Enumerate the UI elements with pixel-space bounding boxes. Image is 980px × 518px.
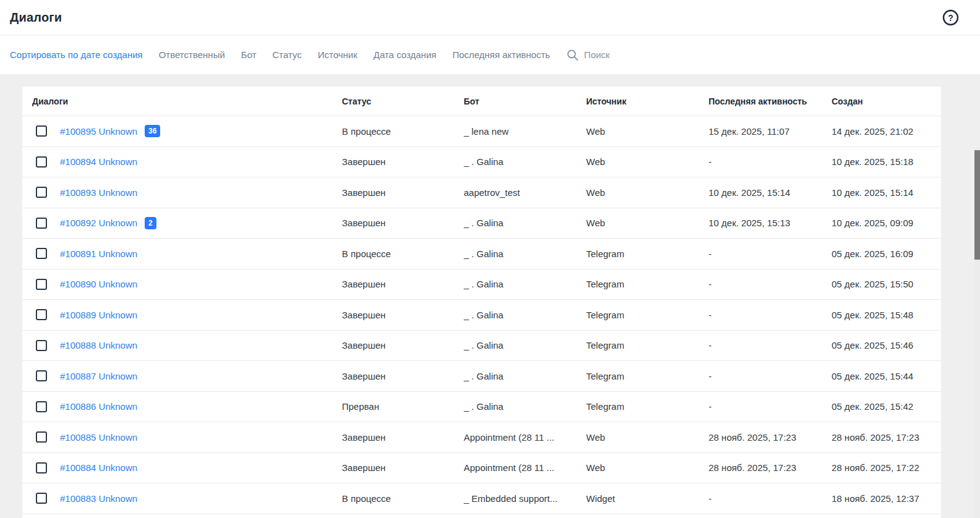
- row-checkbox[interactable]: [36, 279, 47, 290]
- source-cell: Telegram: [586, 371, 709, 381]
- dialog-link[interactable]: #100890 Unknown: [60, 279, 137, 289]
- last-activity-cell: 15 дек. 2025, 11:07: [709, 126, 832, 137]
- bot-cell: Appointment (28 11 ...: [464, 432, 586, 443]
- column-header-dialogs: Диалоги: [22, 96, 342, 106]
- dialog-cell: #100893 Unknown: [60, 187, 342, 198]
- table-row: #100892 Unknown 2 Завершен _ . Galina We…: [22, 208, 941, 239]
- table-row: #100891 Unknown В процессе _ . Galina Te…: [22, 239, 941, 270]
- row-checkbox-cell: [22, 125, 60, 137]
- filter-status[interactable]: Статус: [273, 49, 302, 60]
- status-cell: Завершен: [342, 310, 464, 320]
- source-cell: Telegram: [586, 401, 709, 412]
- table-row: #100893 Unknown Завершен aapetrov_test W…: [22, 177, 941, 208]
- source-cell: Telegram: [586, 310, 709, 320]
- dialog-link[interactable]: #100884 Unknown: [60, 462, 137, 473]
- bot-cell: _ . Galina: [464, 279, 586, 289]
- table-row: #100889 Unknown Завершен _ . Galina Tele…: [22, 300, 941, 331]
- last-activity-cell: 10 дек. 2025, 15:14: [709, 187, 832, 198]
- last-activity-cell: -: [709, 401, 832, 412]
- row-checkbox[interactable]: [36, 248, 47, 259]
- table-header-row: Диалоги Статус Бот Источник Последняя ак…: [22, 87, 941, 116]
- created-cell: 05 дек. 2025, 15:46: [832, 340, 941, 350]
- status-cell: В процессе: [342, 493, 464, 504]
- last-activity-cell: -: [709, 248, 832, 259]
- source-cell: Web: [586, 462, 709, 473]
- bot-cell: _ . Galina: [464, 156, 586, 167]
- row-checkbox-cell: [22, 248, 60, 259]
- row-checkbox-cell: [22, 187, 60, 198]
- dialog-link[interactable]: #100886 Unknown: [60, 401, 137, 412]
- last-activity-cell: -: [709, 493, 832, 504]
- dialog-link[interactable]: #100887 Unknown: [60, 371, 137, 381]
- row-checkbox[interactable]: [36, 309, 47, 320]
- dialog-link[interactable]: #100892 Unknown: [60, 218, 137, 228]
- help-icon: ?: [942, 9, 959, 26]
- bot-cell: aapetrov_test: [464, 187, 586, 198]
- source-cell: Web: [586, 218, 709, 228]
- column-header-last-activity: Последняя активность: [709, 96, 832, 106]
- dialog-link[interactable]: #100889 Unknown: [60, 310, 137, 320]
- status-cell: Завершен: [342, 462, 464, 473]
- filter-source[interactable]: Источник: [318, 49, 357, 60]
- status-cell: Завершен: [342, 156, 464, 167]
- table-body: #100895 Unknown 36 В процессе _ lena new…: [22, 116, 941, 514]
- table-row: #100884 Unknown Завершен Appointment (28…: [22, 453, 941, 484]
- sort-by-created-date-link[interactable]: Сортировать по дате создания: [10, 49, 143, 60]
- filter-last-activity[interactable]: Последняя активность: [453, 49, 550, 60]
- bot-cell: Appointment (28 11 ...: [464, 462, 586, 473]
- dialog-cell: #100885 Unknown: [60, 432, 342, 443]
- last-activity-cell: -: [709, 310, 832, 320]
- row-checkbox-cell: [22, 340, 60, 351]
- row-checkbox[interactable]: [36, 340, 47, 351]
- table-row: #100886 Unknown Прерван _ . Galina Teleg…: [22, 392, 941, 423]
- filter-created-date[interactable]: Дата создания: [373, 49, 437, 60]
- filter-responsible[interactable]: Ответственный: [159, 49, 225, 60]
- row-checkbox[interactable]: [36, 462, 47, 473]
- dialog-link[interactable]: #100883 Unknown: [60, 493, 137, 504]
- status-cell: Прерван: [342, 401, 464, 412]
- dialog-link[interactable]: #100891 Unknown: [60, 248, 137, 259]
- dialog-link[interactable]: #100888 Unknown: [60, 340, 137, 350]
- svg-text:?: ?: [948, 12, 953, 22]
- row-checkbox-cell: [22, 431, 60, 443]
- last-activity-cell: 10 дек. 2025, 15:13: [709, 218, 832, 228]
- bot-cell: _ . Galina: [464, 371, 586, 381]
- created-cell: 05 дек. 2025, 15:42: [832, 401, 941, 412]
- filter-bot[interactable]: Бот: [241, 49, 257, 60]
- row-checkbox[interactable]: [36, 218, 47, 229]
- status-cell: В процессе: [342, 126, 464, 137]
- filter-bar: Сортировать по дате создания Ответственн…: [0, 35, 980, 74]
- table-row: #100887 Unknown Завершен _ . Galina Tele…: [22, 361, 941, 392]
- bot-cell: _ lena new: [464, 126, 586, 137]
- column-header-created: Создан: [832, 96, 941, 106]
- search-control[interactable]: Поиск: [566, 49, 610, 61]
- dialog-cell: #100887 Unknown: [60, 371, 342, 381]
- source-cell: Web: [586, 187, 709, 198]
- dialog-link[interactable]: #100895 Unknown: [60, 126, 137, 137]
- row-checkbox-cell: [22, 156, 60, 168]
- dialog-cell: #100894 Unknown: [60, 156, 342, 167]
- row-checkbox[interactable]: [36, 187, 47, 198]
- source-cell: Telegram: [586, 279, 709, 289]
- row-checkbox[interactable]: [36, 370, 47, 381]
- scrollbar-thumb[interactable]: [974, 150, 980, 260]
- dialog-link[interactable]: #100894 Unknown: [60, 156, 137, 167]
- row-checkbox-cell: [22, 401, 60, 412]
- row-checkbox[interactable]: [36, 493, 47, 504]
- source-cell: Widget: [586, 493, 709, 504]
- row-checkbox-cell: [22, 218, 60, 229]
- table-row: #100895 Unknown 36 В процессе _ lena new…: [22, 116, 941, 147]
- row-checkbox[interactable]: [36, 156, 47, 168]
- dialog-link[interactable]: #100893 Unknown: [60, 187, 137, 198]
- vertical-scrollbar[interactable]: [974, 148, 980, 518]
- last-activity-cell: -: [709, 279, 832, 289]
- created-cell: 05 дек. 2025, 15:50: [832, 279, 941, 289]
- dialog-link[interactable]: #100885 Unknown: [60, 432, 137, 443]
- row-checkbox[interactable]: [36, 401, 47, 412]
- row-checkbox[interactable]: [36, 431, 47, 443]
- created-cell: 28 нояб. 2025, 17:22: [832, 462, 941, 473]
- column-header-source: Источник: [586, 96, 709, 106]
- row-checkbox[interactable]: [36, 125, 47, 137]
- help-button[interactable]: ?: [942, 9, 959, 26]
- source-cell: Telegram: [586, 340, 709, 350]
